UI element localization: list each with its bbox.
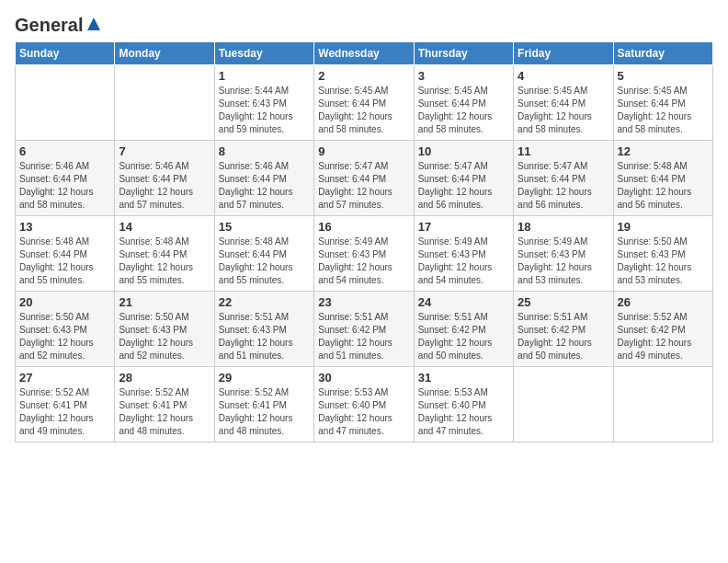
week-row-5: 27Sunrise: 5:52 AM Sunset: 6:41 PM Dayli… [16,367,713,442]
day-header-monday: Monday [115,42,214,65]
header: General [15,15,713,36]
day-number: 27 [19,371,110,385]
cell-info: Sunrise: 5:48 AM Sunset: 6:44 PM Dayligh… [119,236,210,287]
calendar-cell: 4Sunrise: 5:45 AM Sunset: 6:44 PM Daylig… [514,65,613,141]
calendar-cell: 8Sunrise: 5:46 AM Sunset: 6:44 PM Daylig… [214,141,313,216]
day-header-tuesday: Tuesday [214,42,313,65]
calendar-cell: 24Sunrise: 5:51 AM Sunset: 6:42 PM Dayli… [414,292,513,367]
day-number: 10 [418,144,509,158]
cell-info: Sunrise: 5:47 AM Sunset: 6:44 PM Dayligh… [418,160,509,212]
calendar-cell: 9Sunrise: 5:47 AM Sunset: 6:44 PM Daylig… [314,141,414,216]
calendar-cell: 17Sunrise: 5:49 AM Sunset: 6:43 PM Dayli… [414,216,513,292]
logo-general-text: General [15,15,83,36]
calendar-cell: 3Sunrise: 5:45 AM Sunset: 6:44 PM Daylig… [414,65,513,141]
calendar-header: SundayMondayTuesdayWednesdayThursdayFrid… [16,42,713,65]
cell-info: Sunrise: 5:48 AM Sunset: 6:44 PM Dayligh… [19,236,110,287]
day-number: 2 [318,69,409,83]
day-header-friday: Friday [514,42,613,65]
calendar-cell [115,65,214,141]
cell-info: Sunrise: 5:50 AM Sunset: 6:43 PM Dayligh… [119,311,210,362]
calendar-cell: 30Sunrise: 5:53 AM Sunset: 6:40 PM Dayli… [314,367,414,442]
week-row-2: 6Sunrise: 5:46 AM Sunset: 6:44 PM Daylig… [16,141,713,216]
week-row-3: 13Sunrise: 5:48 AM Sunset: 6:44 PM Dayli… [16,216,713,292]
week-row-4: 20Sunrise: 5:50 AM Sunset: 6:43 PM Dayli… [16,292,713,367]
cell-info: Sunrise: 5:45 AM Sunset: 6:44 PM Dayligh… [318,85,409,136]
logo: General [15,15,102,36]
day-number: 16 [318,220,409,234]
day-number: 31 [418,371,509,385]
calendar-cell: 27Sunrise: 5:52 AM Sunset: 6:41 PM Dayli… [16,367,115,442]
calendar-cell: 2Sunrise: 5:45 AM Sunset: 6:44 PM Daylig… [314,65,414,141]
day-number: 18 [518,220,609,234]
calendar-cell: 13Sunrise: 5:48 AM Sunset: 6:44 PM Dayli… [16,216,115,292]
day-number: 12 [618,144,709,158]
day-header-wednesday: Wednesday [314,42,414,65]
day-number: 1 [219,69,310,83]
calendar-cell [16,65,115,141]
calendar-cell [514,367,613,442]
day-number: 4 [518,69,609,83]
day-number: 11 [518,144,609,158]
cell-info: Sunrise: 5:49 AM Sunset: 6:43 PM Dayligh… [418,236,509,287]
day-number: 21 [119,295,210,309]
cell-info: Sunrise: 5:51 AM Sunset: 6:42 PM Dayligh… [418,311,509,362]
calendar-cell: 16Sunrise: 5:49 AM Sunset: 6:43 PM Dayli… [314,216,414,292]
day-number: 26 [618,295,709,309]
day-number: 13 [19,220,110,234]
calendar-cell: 18Sunrise: 5:49 AM Sunset: 6:43 PM Dayli… [514,216,613,292]
cell-info: Sunrise: 5:53 AM Sunset: 6:40 PM Dayligh… [418,386,509,438]
calendar-cell: 29Sunrise: 5:52 AM Sunset: 6:41 PM Dayli… [214,367,313,442]
day-number: 7 [119,144,210,158]
cell-info: Sunrise: 5:52 AM Sunset: 6:41 PM Dayligh… [219,386,310,438]
day-number: 24 [418,295,509,309]
cell-info: Sunrise: 5:47 AM Sunset: 6:44 PM Dayligh… [518,160,609,212]
cell-info: Sunrise: 5:52 AM Sunset: 6:41 PM Dayligh… [119,386,210,438]
cell-info: Sunrise: 5:48 AM Sunset: 6:44 PM Dayligh… [219,236,310,287]
week-row-1: 1Sunrise: 5:44 AM Sunset: 6:43 PM Daylig… [16,65,713,141]
logo-icon [85,16,102,32]
day-number: 22 [219,295,310,309]
svg-marker-0 [87,17,100,30]
calendar-cell: 31Sunrise: 5:53 AM Sunset: 6:40 PM Dayli… [414,367,513,442]
cell-info: Sunrise: 5:51 AM Sunset: 6:42 PM Dayligh… [518,311,609,362]
cell-info: Sunrise: 5:52 AM Sunset: 6:41 PM Dayligh… [19,386,110,438]
calendar-cell: 12Sunrise: 5:48 AM Sunset: 6:44 PM Dayli… [613,141,712,216]
cell-info: Sunrise: 5:46 AM Sunset: 6:44 PM Dayligh… [119,160,210,212]
day-header-thursday: Thursday [414,42,513,65]
calendar-body: 1Sunrise: 5:44 AM Sunset: 6:43 PM Daylig… [16,65,713,442]
day-number: 17 [418,220,509,234]
calendar-cell: 25Sunrise: 5:51 AM Sunset: 6:42 PM Dayli… [514,292,613,367]
day-header-sunday: Sunday [16,42,115,65]
cell-info: Sunrise: 5:44 AM Sunset: 6:43 PM Dayligh… [219,85,310,136]
cell-info: Sunrise: 5:53 AM Sunset: 6:40 PM Dayligh… [318,386,409,438]
calendar-cell: 7Sunrise: 5:46 AM Sunset: 6:44 PM Daylig… [115,141,214,216]
cell-info: Sunrise: 5:51 AM Sunset: 6:42 PM Dayligh… [318,311,409,362]
calendar-cell: 5Sunrise: 5:45 AM Sunset: 6:44 PM Daylig… [613,65,712,141]
day-number: 6 [19,144,110,158]
cell-info: Sunrise: 5:49 AM Sunset: 6:43 PM Dayligh… [518,236,609,287]
calendar-cell: 20Sunrise: 5:50 AM Sunset: 6:43 PM Dayli… [16,292,115,367]
cell-info: Sunrise: 5:46 AM Sunset: 6:44 PM Dayligh… [219,160,310,212]
calendar-cell: 1Sunrise: 5:44 AM Sunset: 6:43 PM Daylig… [214,65,313,141]
cell-info: Sunrise: 5:50 AM Sunset: 6:43 PM Dayligh… [618,236,709,287]
calendar-cell: 15Sunrise: 5:48 AM Sunset: 6:44 PM Dayli… [214,216,313,292]
day-number: 15 [219,220,310,234]
calendar-cell: 26Sunrise: 5:52 AM Sunset: 6:42 PM Dayli… [613,292,712,367]
calendar-cell: 23Sunrise: 5:51 AM Sunset: 6:42 PM Dayli… [314,292,414,367]
calendar-table: SundayMondayTuesdayWednesdayThursdayFrid… [15,41,713,442]
day-number: 20 [19,295,110,309]
cell-info: Sunrise: 5:46 AM Sunset: 6:44 PM Dayligh… [19,160,110,212]
calendar-cell: 6Sunrise: 5:46 AM Sunset: 6:44 PM Daylig… [16,141,115,216]
cell-info: Sunrise: 5:49 AM Sunset: 6:43 PM Dayligh… [318,236,409,287]
calendar-cell: 11Sunrise: 5:47 AM Sunset: 6:44 PM Dayli… [514,141,613,216]
day-number: 25 [518,295,609,309]
day-number: 14 [119,220,210,234]
day-number: 5 [618,69,709,83]
calendar-cell: 22Sunrise: 5:51 AM Sunset: 6:43 PM Dayli… [214,292,313,367]
cell-info: Sunrise: 5:52 AM Sunset: 6:42 PM Dayligh… [618,311,709,362]
calendar-cell: 21Sunrise: 5:50 AM Sunset: 6:43 PM Dayli… [115,292,214,367]
day-number: 19 [618,220,709,234]
cell-info: Sunrise: 5:51 AM Sunset: 6:43 PM Dayligh… [219,311,310,362]
cell-info: Sunrise: 5:45 AM Sunset: 6:44 PM Dayligh… [418,85,509,136]
day-header-saturday: Saturday [613,42,712,65]
